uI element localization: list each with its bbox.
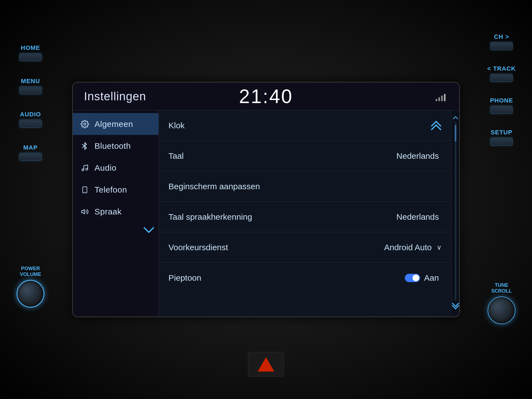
left-panel: HOME MENU AUDIO MAP POWERVOLUME: [0, 0, 61, 399]
svg-point-2: [86, 168, 88, 170]
menu-button[interactable]: MENU: [19, 78, 42, 94]
screen-content: Instellingen 21:40: [73, 83, 459, 316]
main-screen: Instellingen 21:40: [72, 82, 460, 317]
double-chevron-up-icon: [431, 121, 442, 131]
pieptoon-toggle[interactable]: [405, 274, 420, 282]
svg-point-0: [84, 123, 86, 125]
phone-button[interactable]: PHONE: [490, 97, 513, 114]
svg-point-1: [82, 169, 84, 171]
taal-value: Nederlands: [397, 151, 439, 161]
sidebar-item-bluetooth-label: Bluetooth: [94, 141, 131, 151]
pieptoon-value: Aan: [424, 273, 439, 283]
tune-scroll-section: TUNESCROLL: [488, 282, 515, 324]
taal-spraak-row[interactable]: Taal spraakherkenning Nederlands: [159, 202, 451, 232]
page-title: Instellingen: [84, 90, 205, 103]
sidebar-item-audio-label: Audio: [94, 163, 116, 173]
scrollbar-track[interactable]: [455, 122, 456, 300]
taal-spraak-label: Taal spraakherkenning: [168, 212, 397, 222]
home-button[interactable]: HOME: [19, 44, 42, 61]
sidebar-item-telefoon[interactable]: Telefoon: [73, 179, 158, 201]
car-infotainment-unit: HOME MENU AUDIO MAP POWERVOLUME CH > < T…: [0, 0, 532, 399]
hazard-triangle-icon: [258, 357, 274, 372]
music-icon: [80, 163, 89, 173]
taal-row[interactable]: Taal Nederlands: [159, 141, 451, 171]
svg-marker-5: [81, 209, 85, 214]
voorkeursdienst-value: Android Auto: [384, 243, 432, 252]
sidebar-item-bluetooth[interactable]: Bluetooth: [73, 135, 158, 157]
right-panel: CH > < TRACK PHONE SETUP TUNESCROLL: [471, 0, 532, 399]
hazard-button[interactable]: [248, 352, 284, 377]
sidebar-item-telefoon-label: Telefoon: [94, 185, 127, 195]
sidebar-item-spraak-label: Spraak: [94, 207, 122, 216]
sidebar-item-spraak[interactable]: Spraak: [73, 201, 158, 222]
sidebar-more-button[interactable]: [73, 222, 158, 237]
scrollbar[interactable]: [451, 110, 459, 316]
klok-row[interactable]: Klok: [159, 110, 451, 141]
header-right: [327, 91, 448, 101]
audio-button[interactable]: AUDIO: [19, 111, 42, 127]
gear-icon: [80, 119, 89, 129]
setup-button[interactable]: SETUP: [490, 129, 513, 145]
ch-button[interactable]: CH >: [490, 33, 513, 50]
sidebar-item-algemeen-label: Algemeen: [94, 119, 133, 129]
signal-icon: [436, 91, 448, 101]
scroll-down-button[interactable]: [452, 302, 459, 311]
chevron-down-icon: [143, 227, 154, 233]
power-volume-knob[interactable]: [17, 280, 44, 308]
scrollbar-thumb[interactable]: [455, 125, 456, 142]
screen-header: Instellingen 21:40: [73, 83, 459, 110]
beginscherm-label: Beginscherm aanpassen: [168, 182, 442, 191]
bluetooth-icon: [80, 141, 89, 151]
voorkeursdienst-row[interactable]: Voorkeursdienst Android Auto ∨: [159, 232, 451, 263]
pieptoon-row[interactable]: Pieptoon Aan: [159, 263, 451, 293]
hazard-section: [248, 352, 284, 377]
settings-menu-sidebar: Algemeen Bluetooth: [73, 110, 159, 316]
klok-label: Klok: [168, 121, 431, 130]
map-button[interactable]: MAP: [19, 144, 42, 161]
dropdown-arrow-icon: ∨: [437, 244, 442, 251]
taal-label: Taal: [168, 151, 397, 161]
tune-scroll-knob[interactable]: [488, 296, 515, 324]
power-volume-section: POWERVOLUME: [17, 266, 44, 308]
clock-display: 21:40: [205, 85, 327, 108]
screen-body: Algemeen Bluetooth: [73, 110, 459, 316]
voice-icon: [80, 207, 89, 216]
voorkeursdienst-label: Voorkeursdienst: [168, 243, 384, 252]
content-area: Klok Taal Nederlands: [159, 110, 451, 316]
sidebar-item-audio[interactable]: Audio: [73, 157, 158, 179]
phone-icon: [80, 185, 89, 195]
pieptoon-label: Pieptoon: [168, 273, 405, 283]
taal-spraak-value: Nederlands: [397, 212, 439, 222]
sidebar-item-algemeen[interactable]: Algemeen: [73, 113, 158, 135]
scroll-up-button[interactable]: [453, 114, 458, 121]
beginscherm-row[interactable]: Beginscherm aanpassen: [159, 171, 451, 202]
track-button[interactable]: < TRACK: [487, 65, 516, 82]
